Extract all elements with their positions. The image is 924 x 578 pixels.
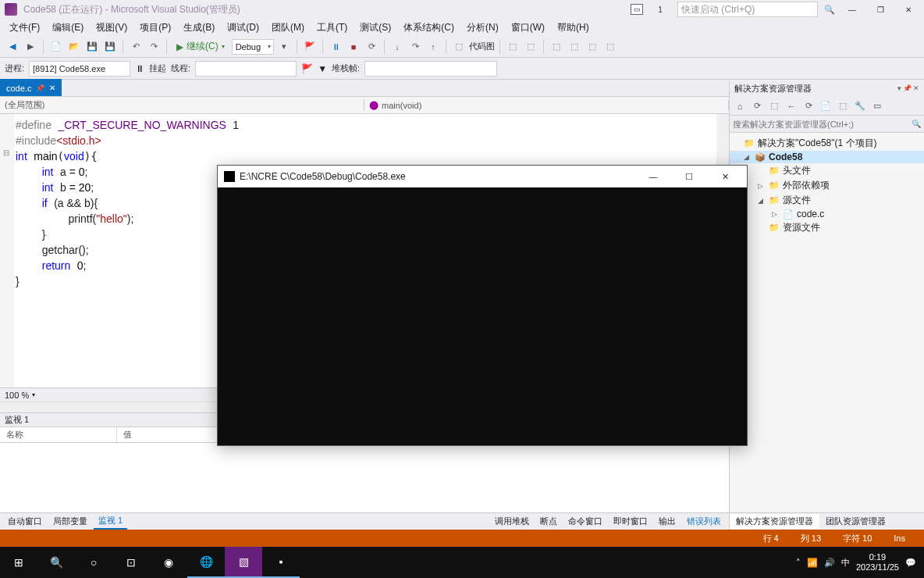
se-search-input[interactable] (733, 120, 912, 129)
se-search[interactable]: 🔍 (730, 116, 924, 133)
menu-help[interactable]: 帮助(H) (551, 20, 595, 36)
vs-taskbar-icon[interactable]: ▧ (225, 547, 262, 578)
menu-project[interactable]: 项目(P) (133, 20, 177, 36)
se-nav-icon[interactable]: ⬚ (767, 99, 781, 113)
console-minimize[interactable]: — (638, 166, 669, 187)
step-over-icon[interactable]: ↷ (407, 39, 423, 55)
se-home-icon[interactable]: ⌂ (733, 99, 747, 113)
new-icon[interactable]: 📄 (48, 39, 64, 55)
se-close-icon[interactable]: ✕ (913, 84, 919, 92)
hex-icon[interactable]: ⬚ (505, 39, 521, 55)
watch-col-name[interactable]: 名称 (0, 427, 117, 442)
clock[interactable]: 0:19 2023/11/25 (856, 552, 899, 573)
menu-debug[interactable]: 调试(D) (221, 20, 265, 36)
tb-ext1-icon[interactable]: ⬚ (523, 39, 538, 55)
tab-auto[interactable]: 自动窗口 (3, 514, 47, 529)
taskview-icon[interactable]: ⊡ (112, 547, 150, 578)
saveall-icon[interactable]: 💾 (102, 39, 118, 55)
minimize-button[interactable]: — (841, 2, 863, 17)
scope-dropdown[interactable]: (全局范围) (0, 99, 364, 111)
tab-code-c[interactable]: code.c 📌 ✕ (0, 79, 62, 96)
menu-analyze[interactable]: 分析(N) (460, 20, 505, 36)
tb-ext3-icon[interactable]: ⬚ (567, 39, 582, 55)
member-dropdown[interactable]: ⬤ main(void) (364, 100, 729, 110)
se-fwd-icon[interactable]: ⟳ (801, 99, 816, 113)
restore-button[interactable]: ❐ (869, 2, 891, 17)
console-title-bar[interactable]: E:\NCRE C\Code58\Debug\Code58.exe — ☐ ✕ (218, 166, 747, 187)
console-close[interactable]: ✕ (709, 166, 741, 187)
menu-tools[interactable]: 工具(T) (311, 20, 354, 36)
se-back-icon[interactable]: ← (784, 99, 798, 113)
se-dropdown-icon[interactable]: ▾ (897, 84, 901, 92)
flag-icon[interactable]: 🚩 (302, 39, 318, 55)
codemap-label[interactable]: 代码图 (469, 41, 495, 52)
step-into-icon[interactable]: ↓ (389, 39, 405, 55)
suspend-icon[interactable]: ⏸ (135, 63, 144, 74)
stop-icon[interactable]: ■ (346, 39, 361, 55)
menu-view[interactable]: 视图(V) (90, 20, 133, 36)
start-button[interactable]: ⊞ (0, 547, 37, 578)
menu-team[interactable]: 团队(M) (265, 20, 311, 36)
codefile-node[interactable]: ▷📄code.c (730, 208, 924, 220)
nav-back-icon[interactable]: ◀ (5, 39, 20, 55)
se-tree[interactable]: 📁解决方案"Code58"(1 个项目) ◢📦Code58 📁头文件 ▷📁外部依… (730, 133, 924, 512)
se-tab-solution[interactable]: 解决方案资源管理器 (730, 514, 819, 529)
wifi-icon[interactable]: 📶 (807, 558, 818, 568)
tab-errorlist[interactable]: 错误列表 (682, 514, 726, 529)
nav-fwd-icon[interactable]: ▶ (23, 39, 38, 55)
watch-body[interactable] (0, 443, 729, 512)
se-preview-icon[interactable]: ▭ (870, 99, 884, 113)
console-maximize[interactable]: ☐ (673, 166, 705, 187)
external-node[interactable]: ▷📁外部依赖项 (730, 178, 924, 193)
tab-breakpoints[interactable]: 断点 (535, 514, 562, 529)
close-button[interactable]: ✕ (897, 2, 919, 17)
project-node[interactable]: ◢📦Code58 (730, 151, 924, 163)
tb-ext2-icon[interactable]: ⬚ (549, 39, 564, 55)
codemap-icon[interactable]: ⬚ (451, 39, 467, 55)
cortana-icon[interactable]: ○ (75, 547, 112, 578)
tray-chevron-icon[interactable]: ˄ (796, 558, 801, 568)
search-button[interactable]: 🔍 (37, 547, 75, 578)
se-refresh-icon[interactable]: ⟳ (750, 99, 764, 113)
menu-architecture[interactable]: 体系结构(C) (397, 20, 460, 36)
zoom-dropdown[interactable]: 100 % (5, 391, 29, 400)
sources-node[interactable]: ◢📁源文件 (730, 193, 924, 208)
tab-immediate[interactable]: 即时窗口 (609, 514, 652, 529)
redo-icon[interactable]: ↷ (146, 39, 162, 55)
stackframe-dropdown[interactable] (364, 61, 497, 77)
menu-edit[interactable]: 编辑(E) (46, 20, 90, 36)
restart-icon[interactable]: ⟳ (364, 39, 379, 55)
step-out-icon[interactable]: ↑ (425, 39, 441, 55)
headers-node[interactable]: 📁头文件 (730, 163, 924, 178)
search-icon[interactable]: 🔍 (824, 5, 835, 15)
se-pin-icon[interactable]: 📌 (903, 84, 912, 92)
se-collapse-icon[interactable]: ⬚ (836, 99, 850, 113)
se-showall-icon[interactable]: 📄 (819, 99, 833, 113)
chrome-icon[interactable]: 🌐 (187, 547, 225, 578)
volume-icon[interactable]: 🔊 (824, 558, 835, 568)
undo-icon[interactable]: ↶ (128, 39, 144, 55)
menu-window[interactable]: 窗口(W) (505, 20, 551, 36)
config-dropdown[interactable]: Debug (232, 39, 274, 55)
quick-launch-input[interactable]: 快速启动 (Ctrl+Q) (677, 2, 818, 17)
pin-icon[interactable]: 📌 (36, 84, 44, 92)
thread-filter-icon[interactable]: ▼ (318, 63, 327, 74)
open-icon[interactable]: 📂 (66, 39, 82, 55)
tab-command[interactable]: 命令窗口 (563, 514, 607, 529)
se-search-icon[interactable]: 🔍 (912, 120, 921, 128)
pause-icon[interactable]: ⏸ (328, 39, 343, 55)
outline-collapse-icon[interactable]: ⊟ (3, 148, 9, 157)
console-window[interactable]: E:\NCRE C\Code58\Debug\Code58.exe — ☐ ✕ (217, 165, 748, 446)
console-taskbar-icon[interactable]: ▪ (262, 547, 300, 578)
notification-icon[interactable]: ▭ (631, 4, 643, 15)
notifications-icon[interactable]: 💬 (905, 558, 916, 568)
solution-node[interactable]: 📁解决方案"Code58"(1 个项目) (730, 136, 924, 151)
dropdown-icon[interactable]: ▾ (276, 39, 292, 55)
tab-watch[interactable]: 监视 1 (94, 513, 127, 530)
tab-close-icon[interactable]: ✕ (49, 84, 55, 92)
menu-test[interactable]: 测试(S) (354, 20, 397, 36)
tab-output[interactable]: 输出 (654, 514, 681, 529)
tab-callstack[interactable]: 调用堆栈 (490, 514, 534, 529)
thread-flag-icon[interactable]: 🚩 (301, 63, 313, 74)
continue-button[interactable]: ▶继续(C)▾ (172, 39, 229, 55)
